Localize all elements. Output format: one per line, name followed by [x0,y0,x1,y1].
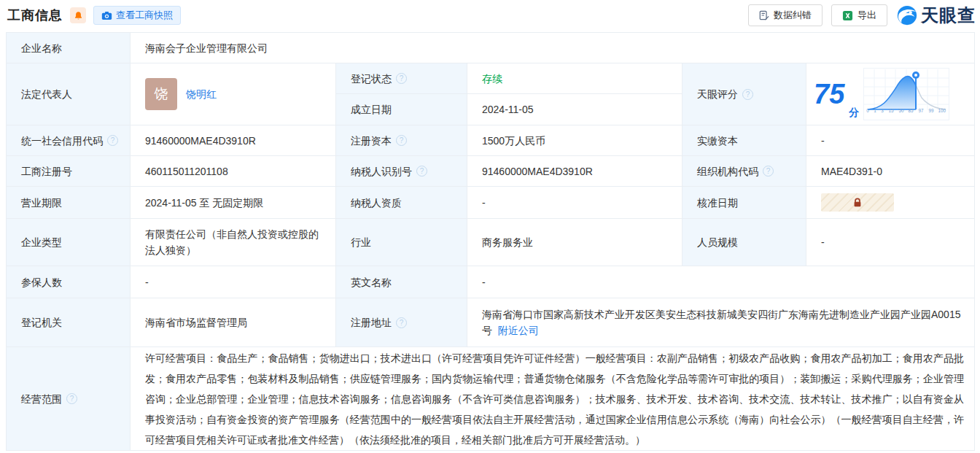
approval-date-cell [806,187,975,219]
reg-address-value: 海南省海口市国家高新技术产业开发区美安生态科技新城美安四街广东海南先进制造业产业… [482,309,960,336]
business-scope-value: 许可经营项目：食品生产；食品销售；货物进出口；技术进出口（许可经营项目凭许可证件… [131,347,975,451]
tianyancha-logo-icon [896,4,918,26]
section-header: 工商信息 查看工商快照 数据纠错 导出 天眼查 [0,0,980,31]
edit-doc-icon [759,10,769,20]
company-type-value: 有限责任公司（非自然人投资或控股的法人独资） [131,219,336,266]
establish-date-value: 2024-11-05 [467,94,682,125]
reg-authority-label: 登记机关 [7,298,131,347]
data-correction-button[interactable]: 数据纠错 [748,4,822,26]
taxpayer-id-label: 纳税人识别号? [336,156,467,187]
reg-status-label: 登记状态? [336,63,467,94]
export-button[interactable]: 导出 [831,4,887,26]
reg-authority-value: 海南省市场监督管理局 [131,298,336,347]
taxpayer-id-value: 91460000MAE4D3910R [467,156,682,187]
legal-rep-cell: 饶 饶明红 [131,63,336,125]
company-type-label: 企业类型 [7,219,131,266]
help-icon[interactable]: ? [742,89,753,100]
score-distribution-chart: 0131550859799100 [863,68,949,120]
company-name-value: 海南会子企业管理有限公司 [131,33,975,63]
help-icon[interactable]: ? [107,135,118,146]
view-snapshot-button[interactable]: 查看工商快照 [93,6,181,25]
english-name-label: 英文名称 [336,266,467,298]
industry-value: 商务服务业 [467,219,682,266]
establish-date-label: 成立日期 [336,94,467,125]
insured-count-value: - [131,266,336,298]
tianyancha-logo-text: 天眼查 [921,4,976,27]
english-name-value: - [467,266,975,298]
help-icon[interactable]: ? [416,166,427,177]
business-term-value: 2024-11-05 至 无固定期限 [131,187,336,219]
staff-size-label: 人员规模 [682,219,806,266]
help-icon[interactable]: ? [66,393,77,404]
reg-address-cell: 海南省海口市国家高新技术产业开发区美安生态科技新城美安四街广东海南先进制造业产业… [467,298,975,347]
nearby-companies-link[interactable]: 附近公司 [498,325,539,336]
score-unit: 分 [849,104,859,120]
credit-code-value: 91460000MAE4D3910R [131,125,336,156]
tianyan-score-label: 天眼评分? [682,63,806,125]
help-icon[interactable]: ? [396,73,407,84]
reg-address-label: 注册地址? [336,298,467,347]
help-icon[interactable]: ? [763,166,774,177]
page-title: 工商信息 [7,7,63,24]
paid-capital-value: - [806,125,975,156]
taxpayer-quality-value: - [467,187,682,219]
business-scope-label: 经营范围? [7,347,131,451]
reg-status-value: 存续 [467,63,682,94]
taxpayer-quality-label: 纳税人资质 [336,187,467,219]
legal-rep-avatar[interactable]: 饶 [145,78,177,110]
reg-capital-value: 1500万人民币 [467,125,682,156]
tianyan-score-cell[interactable]: 75 分 0131550859799100 [806,63,975,125]
legal-rep-label: 法定代表人 [7,63,131,125]
help-icon[interactable]: ? [396,135,407,146]
data-correction-label: 数据纠错 [774,9,812,22]
score-axis-ticks: 0131550859799100 [864,103,949,119]
staff-size-value: - [806,219,975,266]
reg-capital-label: 注册资本? [336,125,467,156]
bell-icon [74,11,83,20]
org-code-label: 组织机构代码? [682,156,806,187]
lock-icon [852,198,863,208]
reg-number-value: 460115011201108 [131,156,336,187]
paid-capital-label: 实缴资本 [682,125,806,156]
help-icon[interactable]: ? [396,317,407,328]
monitor-bell-button[interactable] [70,7,86,23]
credit-code-label: 统一社会信用代码? [7,125,131,156]
business-term-label: 营业期限 [7,187,131,219]
org-code-value: MAE4D391-0 [806,156,975,187]
locked-content-placeholder[interactable] [821,193,894,212]
legal-rep-name-link[interactable]: 饶明红 [186,86,217,102]
reg-number-label: 工商注册号 [7,156,131,187]
insured-count-label: 参保人数 [7,266,131,298]
camera-icon [101,11,112,20]
export-label: 导出 [858,9,876,22]
tianyancha-logo[interactable]: 天眼查 [896,4,976,27]
score-value: 75 [814,80,844,108]
industry-label: 行业 [336,219,467,266]
approval-date-label: 核准日期 [682,187,806,219]
company-name-label: 企业名称 [7,33,131,63]
view-snapshot-label: 查看工商快照 [116,9,173,22]
excel-icon [842,10,853,21]
business-info-table: 企业名称 海南会子企业管理有限公司 法定代表人 饶 饶明红 登记状态? 存续 成… [6,32,975,451]
